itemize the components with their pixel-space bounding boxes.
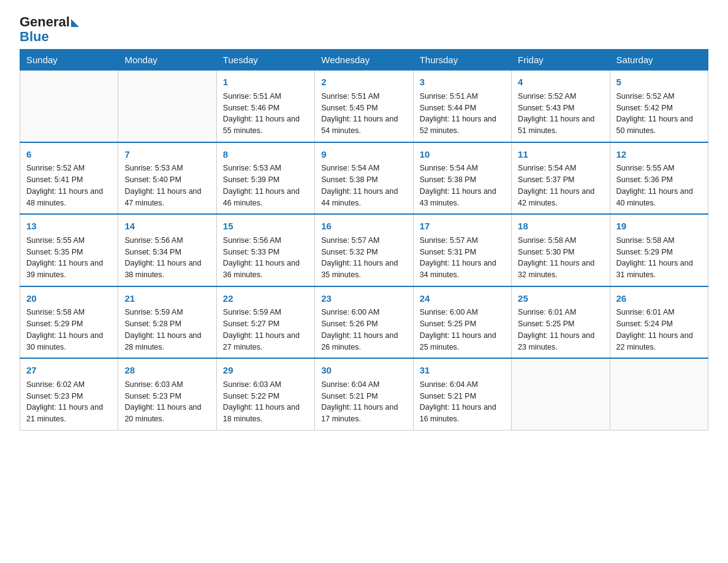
day-number: 13 [26,220,112,234]
day-number: 19 [616,220,702,234]
day-number: 30 [321,364,406,378]
calendar-cell: 20Sunrise: 5:58 AMSunset: 5:29 PMDayligh… [20,286,118,359]
day-info: Sunrise: 5:58 AMSunset: 5:30 PMDaylight:… [518,235,603,281]
calendar-cell: 30Sunrise: 6:04 AMSunset: 5:21 PMDayligh… [315,358,413,430]
calendar-cell: 7Sunrise: 5:53 AMSunset: 5:40 PMDaylight… [118,142,216,215]
calendar-cell: 18Sunrise: 5:58 AMSunset: 5:30 PMDayligh… [512,214,610,286]
calendar-cell: 9Sunrise: 5:54 AMSunset: 5:38 PMDaylight… [315,142,413,215]
calendar-cell: 25Sunrise: 6:01 AMSunset: 5:25 PMDayligh… [512,286,610,359]
calendar-cell: 15Sunrise: 5:56 AMSunset: 5:33 PMDayligh… [216,214,314,286]
day-info: Sunrise: 5:51 AMSunset: 5:45 PMDaylight:… [321,91,406,137]
day-info: Sunrise: 5:54 AMSunset: 5:38 PMDaylight:… [420,163,505,209]
day-number: 5 [616,75,702,90]
calendar-cell: 6Sunrise: 5:52 AMSunset: 5:41 PMDaylight… [20,142,118,215]
calendar-cell: 8Sunrise: 5:53 AMSunset: 5:39 PMDaylight… [216,142,314,215]
day-number: 26 [616,292,702,306]
day-number: 31 [420,364,505,378]
day-info: Sunrise: 6:00 AMSunset: 5:25 PMDaylight:… [420,307,505,353]
day-info: Sunrise: 6:01 AMSunset: 5:25 PMDaylight:… [518,307,603,353]
calendar-cell: 22Sunrise: 5:59 AMSunset: 5:27 PMDayligh… [216,286,314,359]
calendar-cell: 3Sunrise: 5:51 AMSunset: 5:44 PMDaylight… [413,71,511,142]
calendar-cell: 4Sunrise: 5:52 AMSunset: 5:43 PMDaylight… [512,71,610,142]
logo: General Blue [20,15,79,44]
calendar-week-row: 20Sunrise: 5:58 AMSunset: 5:29 PMDayligh… [20,286,708,359]
day-number: 25 [518,292,603,306]
day-number: 27 [26,364,112,378]
calendar-cell: 2Sunrise: 5:51 AMSunset: 5:45 PMDaylight… [315,71,413,142]
calendar-cell: 29Sunrise: 6:03 AMSunset: 5:22 PMDayligh… [216,358,314,430]
calendar-cell: 19Sunrise: 5:58 AMSunset: 5:29 PMDayligh… [610,214,708,286]
calendar-cell: 13Sunrise: 5:55 AMSunset: 5:35 PMDayligh… [20,214,118,286]
calendar-cell [118,71,216,142]
day-info: Sunrise: 5:57 AMSunset: 5:31 PMDaylight:… [420,235,505,281]
day-info: Sunrise: 6:03 AMSunset: 5:22 PMDaylight:… [223,379,308,425]
day-info: Sunrise: 6:04 AMSunset: 5:21 PMDaylight:… [321,379,406,425]
day-number: 9 [321,148,406,162]
day-info: Sunrise: 5:54 AMSunset: 5:37 PMDaylight:… [518,163,603,209]
calendar-cell [512,358,610,430]
calendar-cell: 16Sunrise: 5:57 AMSunset: 5:32 PMDayligh… [315,214,413,286]
calendar-cell [610,358,708,430]
col-header-tuesday: Tuesday [216,50,314,71]
day-info: Sunrise: 5:52 AMSunset: 5:43 PMDaylight:… [518,91,603,137]
day-info: Sunrise: 5:58 AMSunset: 5:29 PMDaylight:… [26,307,112,353]
day-info: Sunrise: 5:54 AMSunset: 5:38 PMDaylight:… [321,163,406,209]
calendar-cell: 5Sunrise: 5:52 AMSunset: 5:42 PMDaylight… [610,71,708,142]
day-info: Sunrise: 5:59 AMSunset: 5:27 PMDaylight:… [223,307,308,353]
col-header-thursday: Thursday [413,50,511,71]
day-info: Sunrise: 5:58 AMSunset: 5:29 PMDaylight:… [616,235,702,281]
calendar-week-row: 13Sunrise: 5:55 AMSunset: 5:35 PMDayligh… [20,214,708,286]
calendar-cell: 27Sunrise: 6:02 AMSunset: 5:23 PMDayligh… [20,358,118,430]
day-number: 21 [124,292,210,306]
day-number: 15 [223,220,308,234]
day-number: 7 [124,148,210,162]
logo-text-blue: Blue [20,29,49,44]
col-header-monday: Monday [118,50,216,71]
day-number: 6 [26,148,112,162]
day-number: 12 [616,148,702,162]
calendar-cell [20,71,118,142]
day-number: 22 [223,292,308,306]
day-number: 28 [124,364,210,378]
day-info: Sunrise: 6:04 AMSunset: 5:21 PMDaylight:… [420,379,505,425]
day-info: Sunrise: 6:03 AMSunset: 5:23 PMDaylight:… [124,379,210,425]
day-number: 23 [321,292,406,306]
day-info: Sunrise: 5:57 AMSunset: 5:32 PMDaylight:… [321,235,406,281]
day-info: Sunrise: 5:53 AMSunset: 5:40 PMDaylight:… [124,163,210,209]
day-number: 10 [420,148,505,162]
calendar-header-row: SundayMondayTuesdayWednesdayThursdayFrid… [20,50,708,71]
calendar-cell: 28Sunrise: 6:03 AMSunset: 5:23 PMDayligh… [118,358,216,430]
day-number: 8 [223,148,308,162]
day-number: 18 [518,220,603,234]
day-info: Sunrise: 5:51 AMSunset: 5:46 PMDaylight:… [223,91,308,137]
calendar-cell: 17Sunrise: 5:57 AMSunset: 5:31 PMDayligh… [413,214,511,286]
col-header-wednesday: Wednesday [315,50,413,71]
calendar-week-row: 6Sunrise: 5:52 AMSunset: 5:41 PMDaylight… [20,142,708,215]
calendar-cell: 1Sunrise: 5:51 AMSunset: 5:46 PMDaylight… [216,71,314,142]
day-number: 20 [26,292,112,306]
day-number: 17 [420,220,505,234]
day-info: Sunrise: 5:51 AMSunset: 5:44 PMDaylight:… [420,91,505,137]
day-info: Sunrise: 6:00 AMSunset: 5:26 PMDaylight:… [321,307,406,353]
col-header-friday: Friday [512,50,610,71]
day-info: Sunrise: 6:01 AMSunset: 5:24 PMDaylight:… [616,307,702,353]
day-number: 29 [223,364,308,378]
day-number: 16 [321,220,406,234]
calendar-cell: 10Sunrise: 5:54 AMSunset: 5:38 PMDayligh… [413,142,511,215]
day-info: Sunrise: 5:56 AMSunset: 5:34 PMDaylight:… [124,235,210,281]
day-number: 4 [518,75,603,90]
calendar-cell: 14Sunrise: 5:56 AMSunset: 5:34 PMDayligh… [118,214,216,286]
day-info: Sunrise: 5:53 AMSunset: 5:39 PMDaylight:… [223,163,308,209]
day-number: 24 [420,292,505,306]
day-number: 11 [518,148,603,162]
calendar-cell: 23Sunrise: 6:00 AMSunset: 5:26 PMDayligh… [315,286,413,359]
calendar-cell: 12Sunrise: 5:55 AMSunset: 5:36 PMDayligh… [610,142,708,215]
day-info: Sunrise: 5:56 AMSunset: 5:33 PMDaylight:… [223,235,308,281]
day-info: Sunrise: 5:52 AMSunset: 5:41 PMDaylight:… [26,163,112,209]
day-info: Sunrise: 5:55 AMSunset: 5:36 PMDaylight:… [616,163,702,209]
day-number: 14 [124,220,210,234]
calendar-cell: 26Sunrise: 6:01 AMSunset: 5:24 PMDayligh… [610,286,708,359]
logo-text-general: General [20,15,70,29]
page-header: General Blue [20,15,708,44]
calendar-cell: 31Sunrise: 6:04 AMSunset: 5:21 PMDayligh… [413,358,511,430]
